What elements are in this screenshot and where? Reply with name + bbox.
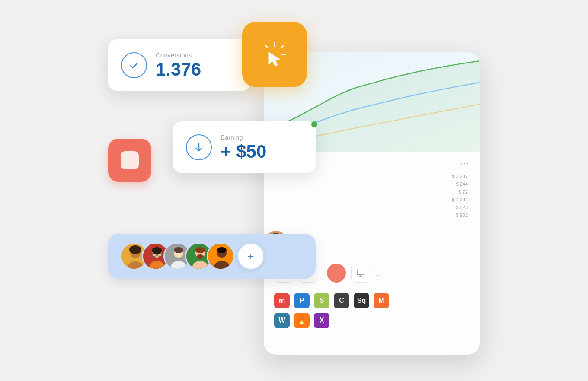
svg-point-18	[174, 247, 183, 253]
order-value-6: $ 902	[274, 213, 470, 218]
status-dot-earning	[311, 121, 317, 127]
earning-text-group: Earning + $50	[220, 133, 266, 161]
svg-point-27	[217, 247, 227, 253]
plus-icon: +	[247, 251, 254, 262]
conversions-value: 1.376	[156, 60, 201, 79]
down-arrow-circle-icon	[186, 134, 212, 160]
svg-point-23	[197, 254, 204, 259]
integration-other[interactable]: X	[314, 313, 329, 328]
cursor-icon	[259, 39, 290, 70]
integrations-area: m P S C Sq M W 🔥 X	[264, 288, 480, 333]
svg-rect-37	[357, 270, 364, 275]
earning-label: Earning	[220, 133, 266, 141]
integration-clickup[interactable]: C	[334, 293, 349, 308]
svg-point-7	[129, 245, 141, 254]
action-icon-monitor[interactable]	[351, 264, 370, 283]
earning-value: + $50	[220, 143, 266, 161]
coral-app-icon-card	[108, 139, 151, 182]
status-salmon-dot	[327, 264, 346, 283]
integration-wordpress[interactable]: W	[274, 313, 290, 328]
order-value-3: $ 72	[274, 189, 470, 194]
add-member-button[interactable]: +	[237, 242, 265, 270]
cursor-icon-card	[242, 22, 307, 87]
scene: Conversions 1.376 Earning + $50	[99, 22, 489, 359]
order-value-4: $ 1.091	[274, 197, 470, 202]
order-value-2: $ 244	[274, 181, 470, 187]
integration-paypal[interactable]: P	[294, 293, 310, 308]
svg-line-1	[281, 46, 283, 48]
svg-point-22	[195, 247, 205, 253]
order-values-list: $ 3.237 $ 244 $ 72 $ 1.091 $ 523 $ 902	[274, 174, 470, 218]
check-circle-icon	[121, 52, 147, 78]
earning-card: Earning + $50	[173, 121, 316, 173]
more-options-text[interactable]: ...	[375, 268, 385, 278]
conversions-label: Conversions	[156, 51, 201, 59]
svg-point-14	[152, 247, 162, 254]
orders-menu-button[interactable]: ···	[460, 159, 470, 168]
order-value-5: $ 523	[274, 205, 470, 210]
svg-line-3	[266, 46, 268, 48]
avatars-row: +	[120, 242, 265, 270]
integration-firebase[interactable]: 🔥	[294, 313, 310, 328]
team-card: +	[108, 234, 316, 279]
integration-squarespace[interactable]: Sq	[354, 293, 369, 308]
integrations-row-1: m P S C Sq M	[274, 293, 470, 308]
coral-app-inner-shape	[121, 151, 139, 169]
dashboard-panel: Orders ··· $ 3.237 $ 244 $ 72 $ 1.091 $ …	[264, 52, 480, 355]
integration-magento[interactable]: M	[374, 293, 389, 308]
integration-shopify[interactable]: S	[314, 293, 329, 308]
avatar-5	[207, 242, 234, 270]
integrations-row-2: W 🔥 X	[274, 313, 470, 328]
order-value-1: $ 3.237	[274, 174, 470, 179]
integration-mailchimp[interactable]: m	[274, 293, 290, 308]
conversions-text-group: Conversions 1.376	[156, 51, 201, 79]
conversions-card: Conversions 1.376	[108, 39, 251, 91]
